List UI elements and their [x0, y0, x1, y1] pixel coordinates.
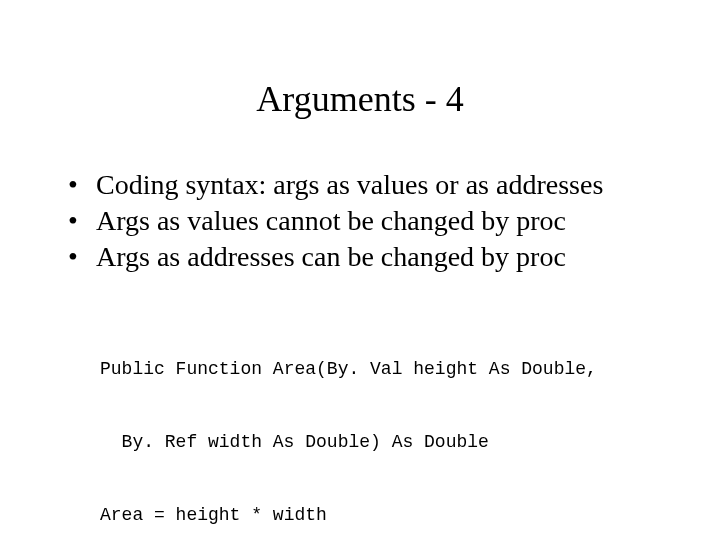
slide-title: Arguments - 4	[0, 78, 720, 120]
code-line: By. Ref width As Double) As Double	[100, 430, 620, 454]
bullet-item: Args as addresses can be changed by proc	[68, 240, 660, 274]
slide: Arguments - 4 Coding syntax: args as val…	[0, 78, 720, 540]
bullet-list: Coding syntax: args as values or as addr…	[68, 168, 660, 274]
code-block: Public Function Area(By. Val height As D…	[100, 308, 620, 540]
code-line: Area = height * width	[100, 503, 620, 527]
bullet-item: Args as values cannot be changed by proc	[68, 204, 660, 238]
code-line: Public Function Area(By. Val height As D…	[100, 357, 620, 381]
bullet-item: Coding syntax: args as values or as addr…	[68, 168, 660, 202]
